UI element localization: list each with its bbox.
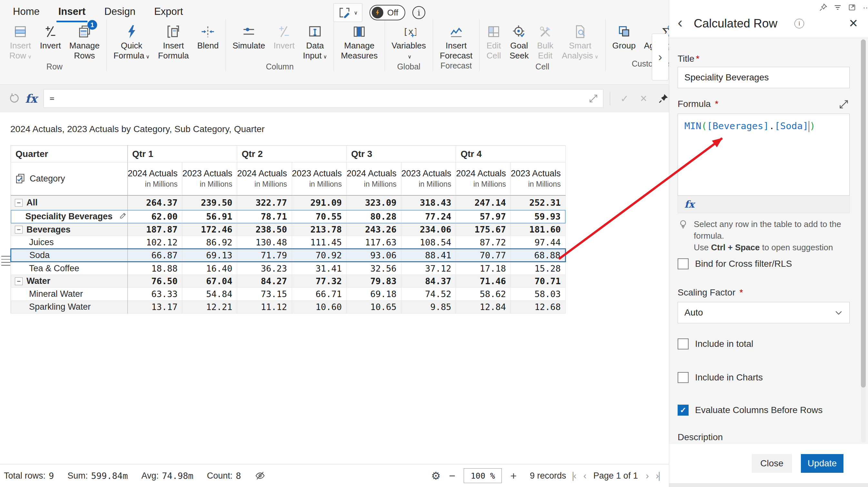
- simulate-button[interactable]: Simulate: [228, 19, 270, 62]
- measure-header[interactable]: 2023 Actualsin Millions: [182, 163, 237, 195]
- measure-header[interactable]: 2023 Actualsin Millions: [401, 163, 456, 195]
- accept-formula-icon[interactable]: ✓: [621, 93, 628, 104]
- row-label-cell[interactable]: Soda: [11, 249, 128, 262]
- value-cell[interactable]: 62.00: [127, 210, 182, 223]
- manage-measures-button[interactable]: Manage Measures: [337, 19, 382, 61]
- quarter-header[interactable]: Qtr 3: [346, 146, 456, 163]
- variables-button[interactable]: [x]+ Variables ∨: [388, 19, 430, 62]
- value-cell[interactable]: 12.84: [456, 300, 511, 314]
- close-button[interactable]: Close: [752, 454, 792, 473]
- data-input-button[interactable]: Data Input∨: [299, 19, 331, 62]
- table-row[interactable]: Mineral Water63.3354.8473.1566.7169.1874…: [11, 288, 566, 300]
- tab-export[interactable]: Export: [154, 6, 183, 19]
- info-icon[interactable]: i: [795, 19, 804, 28]
- value-cell[interactable]: 70.77: [456, 249, 511, 262]
- measure-header[interactable]: 2023 Actualsin Millions: [292, 163, 346, 195]
- pop-out-icon[interactable]: [847, 3, 857, 12]
- value-cell[interactable]: 59.93: [511, 210, 566, 223]
- value-cell[interactable]: 58.62: [456, 288, 511, 300]
- value-cell[interactable]: 111.45: [292, 236, 346, 249]
- smart-analysis-button[interactable]: Smart Analysis∨: [558, 19, 603, 62]
- table-row[interactable]: Tea & Coffee18.8816.4036.2331.4132.5637.…: [11, 262, 566, 275]
- value-cell[interactable]: 318.43: [401, 195, 456, 210]
- value-cell[interactable]: 117.63: [346, 236, 401, 249]
- value-cell[interactable]: 12.68: [511, 300, 566, 314]
- measure-header[interactable]: 2024 Actualsin Millions: [127, 163, 182, 195]
- table-row[interactable]: Juices102.1286.92130.48111.45117.63108.5…: [11, 236, 566, 249]
- collapse-toggle[interactable]: −: [15, 278, 23, 285]
- ribbon-expand-button[interactable]: ›: [652, 34, 669, 80]
- group-button[interactable]: Group: [608, 19, 640, 59]
- row-label-cell[interactable]: −Beverages: [11, 223, 128, 236]
- value-cell[interactable]: 97.44: [511, 236, 566, 249]
- cancel-formula-icon[interactable]: ×: [640, 93, 647, 104]
- zoom-out-button[interactable]: −: [449, 469, 456, 482]
- row-label-cell[interactable]: Tea & Coffee: [11, 262, 128, 275]
- quarter-header[interactable]: Qtr 2: [237, 146, 346, 163]
- undo-icon[interactable]: [8, 93, 20, 104]
- value-cell[interactable]: 66.71: [292, 288, 346, 300]
- row-drag-handle[interactable]: [1, 256, 10, 266]
- insert-forecast-button[interactable]: Insert Forecast: [436, 19, 476, 61]
- value-cell[interactable]: 323.09: [346, 195, 401, 210]
- manage-rows-button[interactable]: 1 Manage Rows: [65, 19, 104, 62]
- first-page-button[interactable]: |‹: [572, 470, 576, 481]
- value-cell[interactable]: 9.85: [401, 300, 456, 314]
- value-cell[interactable]: 322.77: [237, 195, 292, 210]
- value-cell[interactable]: 87.72: [456, 236, 511, 249]
- value-cell[interactable]: 172.46: [182, 223, 237, 236]
- formula-editor[interactable]: MIN([Beverages].[Soda]): [678, 114, 849, 196]
- title-field-input[interactable]: Speciality Beverages: [678, 67, 849, 88]
- quick-formula-button[interactable]: Quick Formula∨: [110, 19, 154, 62]
- value-cell[interactable]: 79.83: [346, 275, 401, 288]
- bulk-edit-button[interactable]: Bulk Edit: [533, 19, 558, 62]
- close-icon[interactable]: ×: [849, 16, 858, 30]
- filter-icon[interactable]: [833, 3, 842, 12]
- value-cell[interactable]: 37.12: [401, 262, 456, 275]
- value-cell[interactable]: 16.40: [182, 262, 237, 275]
- collapse-toggle[interactable]: −: [15, 226, 23, 233]
- edit-cell-button[interactable]: Edit Cell: [482, 19, 505, 62]
- table-row[interactable]: −All264.37239.50322.77291.09323.09318.43…: [11, 195, 566, 210]
- pin-formula-bar-icon[interactable]: [658, 93, 669, 104]
- value-cell[interactable]: 78.71: [237, 210, 292, 223]
- value-cell[interactable]: 181.60: [511, 223, 566, 236]
- category-header[interactable]: Category: [11, 163, 128, 195]
- table-row[interactable]: Soda66.8769.1371.7970.9293.0688.4170.776…: [11, 249, 566, 262]
- value-cell[interactable]: 12.21: [182, 300, 237, 314]
- value-cell[interactable]: 84.37: [401, 275, 456, 288]
- value-cell[interactable]: 76.50: [127, 275, 182, 288]
- pin-icon[interactable]: [818, 3, 828, 12]
- quarter-header[interactable]: Qtr 1: [127, 146, 237, 163]
- expand-formula-editor-icon[interactable]: [838, 99, 849, 110]
- value-cell[interactable]: 108.54: [401, 236, 456, 249]
- value-cell[interactable]: 86.92: [182, 236, 237, 249]
- bind-cross-filter-checkbox[interactable]: Bind for Cross filter/RLS: [678, 258, 792, 269]
- checkbox-checked-icon[interactable]: ✓: [678, 405, 689, 416]
- value-cell[interactable]: 234.06: [401, 223, 456, 236]
- value-cell[interactable]: 88.41: [401, 249, 456, 262]
- table-row[interactable]: Sparkling Water13.1712.2111.1210.6010.65…: [11, 300, 566, 314]
- more-options-icon[interactable]: ···: [862, 3, 868, 12]
- value-cell[interactable]: 80.28: [346, 210, 401, 223]
- insert-row-button[interactable]: Insert Row∨: [5, 19, 36, 62]
- value-cell[interactable]: 291.09: [292, 195, 346, 210]
- value-cell[interactable]: 70.71: [511, 275, 566, 288]
- edit-pencil-icon[interactable]: [119, 212, 127, 222]
- value-cell[interactable]: 252.31: [511, 195, 566, 210]
- evaluate-columns-checkbox[interactable]: ✓ Evaluate Columns Before Rows: [678, 405, 823, 416]
- row-label-cell[interactable]: −Water: [11, 275, 128, 288]
- value-cell[interactable]: 77.24: [401, 210, 456, 223]
- last-page-button[interactable]: ›|: [656, 470, 659, 481]
- tab-design[interactable]: Design: [104, 6, 135, 19]
- panel-scrollbar-thumb[interactable]: [861, 39, 866, 388]
- value-cell[interactable]: 77.32: [292, 275, 346, 288]
- table-row[interactable]: Speciality Beverages62.0056.9178.7170.55…: [11, 210, 566, 223]
- checkbox-unchecked-icon[interactable]: [678, 372, 689, 383]
- hide-stats-icon[interactable]: [255, 470, 266, 481]
- value-cell[interactable]: 74.52: [401, 288, 456, 300]
- previous-page-button[interactable]: ‹: [583, 470, 586, 481]
- include-in-total-checkbox[interactable]: Include in total: [678, 339, 753, 349]
- value-cell[interactable]: 10.60: [292, 300, 346, 314]
- value-cell[interactable]: 213.78: [292, 223, 346, 236]
